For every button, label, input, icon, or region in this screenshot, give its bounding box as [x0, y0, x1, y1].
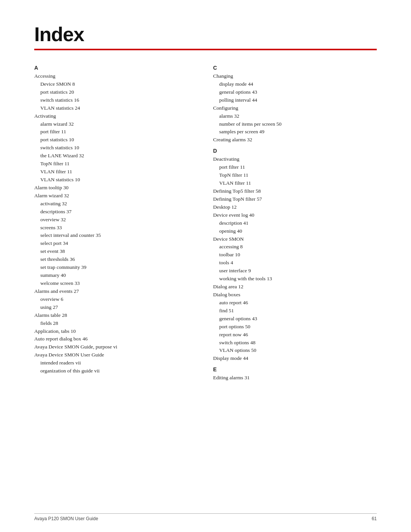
index-entry: port filter 11 [213, 163, 377, 171]
index-entry: TopN filter 11 [213, 171, 377, 179]
index-entry: fields 28 [34, 320, 198, 328]
section-letter-C: C [213, 65, 377, 71]
section-letter-E: E [213, 366, 377, 372]
index-entry: Alarm tooltip 30 [34, 184, 198, 192]
footer: Avaya P120 SMON User Guide 61 [34, 513, 377, 521]
index-entry: auto report 46 [213, 299, 377, 307]
page: Index AAccessingDevice SMON 8port statis… [0, 0, 411, 532]
index-entry: Changing [213, 72, 377, 80]
index-entry: number of items per screen 50 [213, 120, 377, 128]
index-entry: set event 38 [34, 248, 198, 256]
footer-right: 61 [372, 516, 377, 521]
index-entry: port options 50 [213, 323, 377, 331]
index-entry: organization of this guide vii [34, 367, 198, 375]
index-entry: Alarms and events 27 [34, 288, 198, 296]
red-rule [34, 49, 377, 50]
index-entry: VLAN filter 11 [213, 179, 377, 187]
index-entry: VLAN statistics 10 [34, 176, 198, 184]
index-entry: Defining Top5 filter 58 [213, 187, 377, 195]
index-entry: tools 4 [213, 259, 377, 267]
page-title: Index [34, 23, 377, 46]
index-entry: select port 34 [34, 240, 198, 248]
index-entry: Device SMON [213, 235, 377, 243]
index-entry: summary 40 [34, 272, 198, 280]
index-entry: find 51 [213, 307, 377, 315]
index-entry: set trap community 39 [34, 264, 198, 272]
index-entry: Alarm wizard 32 [34, 192, 198, 200]
index-entry: Alarms table 28 [34, 312, 198, 320]
index-entry: intended readers vii [34, 359, 198, 367]
index-entry: accessing 8 [213, 243, 377, 251]
index-entry: welcome screen 33 [34, 280, 198, 288]
section-letter-A: A [34, 65, 198, 71]
index-entry: opening 40 [213, 227, 377, 235]
index-entry: polling interval 44 [213, 96, 377, 104]
column-1: CChangingdisplay mode 44general options … [213, 65, 377, 382]
index-entry: Avaya Device SMON Guide, purpose vi [34, 343, 198, 351]
index-entry: display mode 44 [213, 80, 377, 88]
index-entry: Display mode 44 [213, 355, 377, 363]
index-entry: TopN filter 11 [34, 160, 198, 168]
index-entry: Application, tabs 10 [34, 328, 198, 335]
index-entry: port statistics 10 [34, 136, 198, 144]
index-entry: alarm wizard 32 [34, 120, 198, 128]
index-entry: user interface 9 [213, 267, 377, 275]
index-entry: activating 32 [34, 200, 198, 208]
index-entry: switch options 48 [213, 339, 377, 347]
index-entry: overview 32 [34, 216, 198, 224]
index-entry: Dialog boxes [213, 291, 377, 299]
index-columns: AAccessingDevice SMON 8port statistics 2… [34, 65, 377, 382]
index-entry: using 27 [34, 304, 198, 312]
footer-left: Avaya P120 SMON User Guide [34, 516, 98, 521]
index-entry: toolbar 10 [213, 251, 377, 259]
index-entry: Dialog area 12 [213, 283, 377, 291]
index-entry: VLAN statistics 24 [34, 104, 198, 112]
index-entry: descriptions 37 [34, 208, 198, 216]
index-entry: VLAN filter 11 [34, 168, 198, 176]
index-entry: port statistics 20 [34, 88, 198, 96]
index-entry: switch statistics 10 [34, 144, 198, 152]
section-letter-D: D [213, 148, 377, 154]
index-entry: working with the tools 13 [213, 275, 377, 283]
index-entry: general options 43 [213, 315, 377, 323]
index-entry: Device SMON 8 [34, 80, 198, 88]
index-entry: Desktop 12 [213, 203, 377, 211]
index-entry: description 41 [213, 219, 377, 227]
index-entry: Configuring [213, 104, 377, 112]
index-entry: Creating alarms 32 [213, 136, 377, 144]
index-entry: Avaya Device SMON User Guide [34, 351, 198, 359]
index-entry: Activating [34, 112, 198, 120]
index-entry: select interval and counter 35 [34, 232, 198, 240]
index-entry: Deactivating [213, 155, 377, 163]
index-entry: Editing alarms 31 [213, 374, 377, 382]
index-entry: alarms 32 [213, 112, 377, 120]
index-entry: Defining TopN filter 57 [213, 195, 377, 203]
index-entry: Auto report dialog box 46 [34, 335, 198, 343]
index-entry: general options 43 [213, 88, 377, 96]
index-entry: switch statistics 16 [34, 96, 198, 104]
index-entry: overview 6 [34, 296, 198, 304]
index-entry: report now 46 [213, 331, 377, 339]
index-entry: screens 33 [34, 224, 198, 232]
index-entry: the LANE Wizard 32 [34, 152, 198, 160]
index-entry: set thresholds 36 [34, 256, 198, 264]
index-entry: samples per screen 49 [213, 128, 377, 136]
index-entry: Device event log 40 [213, 211, 377, 219]
index-entry: Accessing [34, 72, 198, 80]
index-entry: VLAN options 50 [213, 347, 377, 355]
column-0: AAccessingDevice SMON 8port statistics 2… [34, 65, 213, 375]
index-entry: port filter 11 [34, 128, 198, 136]
